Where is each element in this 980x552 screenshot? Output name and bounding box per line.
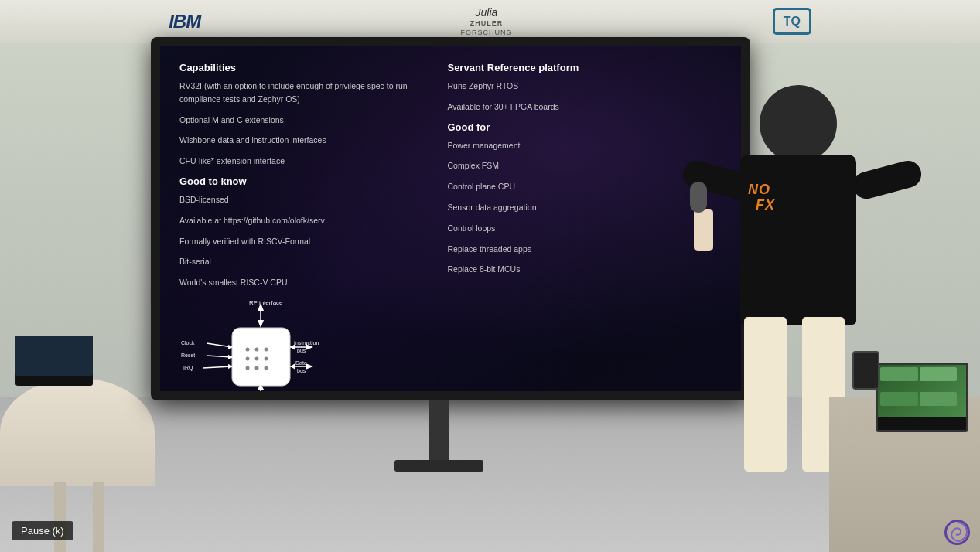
capabilities-title: Capabilities (179, 62, 428, 73)
svg-marker-31 (306, 363, 313, 370)
left-table (0, 378, 155, 486)
good-for-item-5: Replace threaded apps (447, 243, 722, 256)
svg-point-6 (255, 347, 259, 351)
cpu-diagram: RF interface (179, 297, 428, 391)
good-for-item-3: Sensor data aggregation (447, 201, 722, 214)
spiral-logo-icon (944, 519, 971, 546)
runs-zephyr-text: Runs Zephyr RTOS (447, 80, 722, 93)
svg-point-10 (265, 356, 268, 360)
svg-text:Clock: Clock (181, 340, 195, 346)
good-for-item-2: Control plane CPU (447, 180, 722, 193)
svg-text:IRQ: IRQ (183, 365, 193, 371)
svg-text:Data: Data (295, 360, 307, 366)
good-for-item-4: Control loops (447, 222, 722, 235)
presentation-screen: Capabilities RV32I (with an option to in… (151, 37, 750, 400)
slide-left-column: Capabilities RV32I (with an option to in… (179, 62, 439, 376)
slide-content-area: Capabilities RV32I (with an option to in… (160, 46, 741, 391)
svg-marker-32 (290, 363, 295, 370)
slide-main-content: Capabilities RV32I (with an option to in… (179, 62, 722, 376)
svg-marker-27 (290, 344, 295, 350)
svg-text:Reset: Reset (181, 353, 195, 358)
watermark-icon (944, 519, 971, 546)
svg-point-13 (265, 366, 268, 370)
svg-marker-2 (258, 320, 264, 328)
camera-device (852, 351, 879, 390)
good-to-know-title: Good to know (179, 175, 428, 187)
svg-text:RF interface: RF interface (249, 299, 283, 306)
banner-area: IBM Julia ZHULER FORSCHUNG TQ (0, 0, 980, 43)
svg-point-5 (246, 347, 250, 351)
svg-point-12 (255, 366, 259, 370)
servant-platform-title: Servant Reference platform (447, 62, 722, 73)
tq-logo: TQ (773, 8, 811, 35)
bsd-text: BSD-licensed (179, 193, 428, 206)
wishbone-text: Wishbone data and instruction interfaces (179, 134, 428, 147)
svg-point-7 (265, 347, 268, 351)
left-table-leg2 (93, 482, 104, 552)
pause-button[interactable]: Pause (k) (12, 521, 73, 540)
cfu-text: CFU-like* extension interface (179, 155, 428, 168)
worlds-smallest-text: World's smallest RISC-V CPU (179, 276, 428, 289)
good-for-item-1: Complex FSM (447, 159, 722, 172)
svg-point-9 (255, 356, 259, 360)
formally-verified-text: Formally verified with RISCV-Formal (179, 235, 428, 248)
good-for-item-6: Replace 8-bit MCUs (447, 263, 722, 276)
github-text: Available at https://github.com/olofk/se… (179, 214, 428, 227)
laptop-device (15, 336, 93, 386)
right-monitor (876, 363, 968, 432)
tv-base (394, 460, 483, 472)
svg-rect-4 (232, 328, 290, 386)
rv32i-text: RV32I (with an option to include enough … (179, 80, 428, 106)
zhuler-logo: Julia ZHULER FORSCHUNG (460, 5, 512, 38)
good-for-list: Power management Complex FSM Control pla… (447, 139, 722, 277)
svg-line-21 (203, 366, 232, 368)
left-table-leg (54, 482, 66, 552)
ibm-logo: IBM (169, 11, 200, 32)
cpu-diagram-svg: RF interface (179, 297, 334, 391)
svg-text:bus: bus (297, 348, 306, 353)
slide-right-column: Servant Reference platform Runs Zephyr R… (439, 62, 722, 376)
optional-m-text: Optional M and C extensions (179, 114, 428, 127)
tv-stand (429, 400, 449, 462)
svg-point-11 (246, 366, 250, 370)
bit-serial-text: Bit-serial (179, 255, 428, 268)
good-for-title: Good for (447, 121, 722, 133)
fpga-boards-text: Available for 30+ FPGA boards (447, 101, 722, 114)
svg-point-8 (246, 356, 250, 360)
good-for-item-0: Power management (447, 139, 722, 152)
svg-text:bus: bus (297, 368, 306, 373)
